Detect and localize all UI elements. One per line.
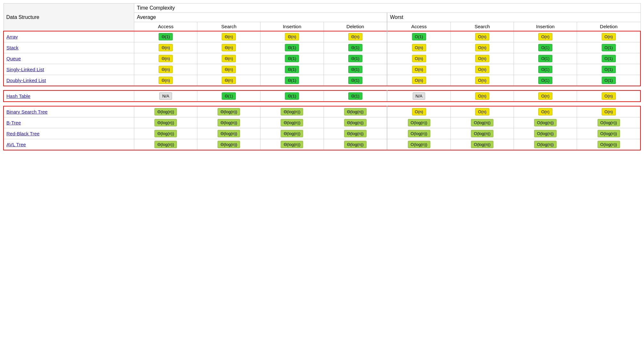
structure-link[interactable]: Doubly-Linked List bbox=[6, 78, 46, 83]
complexity-cell: Θ(log(n)) bbox=[324, 106, 387, 117]
complexity-badge: O(n) bbox=[475, 55, 489, 62]
complexity-cell: O(log(n)) bbox=[514, 139, 577, 150]
complexity-cell: Θ(log(n)) bbox=[197, 117, 260, 128]
structure-link[interactable]: Red-Black Tree bbox=[6, 131, 39, 136]
structure-name[interactable]: Stack bbox=[4, 42, 134, 53]
structure-name[interactable]: Binary Search Tree bbox=[4, 106, 134, 117]
structure-link[interactable]: Queue bbox=[6, 56, 21, 61]
complexity-badge: Θ(log(n)) bbox=[281, 141, 303, 148]
table-row: Doubly-Linked ListΘ(n)Θ(n)Θ(1)Θ(1)O(n)O(… bbox=[4, 75, 640, 86]
complexity-cell: N/A bbox=[387, 90, 450, 102]
complexity-badge: N/A bbox=[413, 92, 425, 100]
complexity-cell: Θ(1) bbox=[324, 64, 387, 75]
complexity-cell: Θ(n) bbox=[197, 75, 260, 86]
structure-name[interactable]: Array bbox=[4, 31, 134, 42]
structure-name[interactable]: Singly-Linked List bbox=[4, 64, 134, 75]
complexity-badge: Θ(n) bbox=[159, 55, 173, 62]
avg-search-header: Search bbox=[197, 22, 260, 31]
complexity-badge: Θ(log(n)) bbox=[154, 130, 177, 137]
complexity-badge: O(1) bbox=[538, 66, 552, 73]
complexity-badge: O(1) bbox=[412, 33, 426, 40]
complexity-badge: Θ(log(n)) bbox=[154, 141, 177, 148]
complexity-badge: Θ(n) bbox=[159, 66, 173, 73]
structure-link[interactable]: Singly-Linked List bbox=[6, 67, 44, 72]
structure-link[interactable]: B-Tree bbox=[6, 120, 21, 125]
structure-name[interactable]: Doubly-Linked List bbox=[4, 75, 134, 86]
complexity-badge: O(log(n)) bbox=[534, 141, 557, 148]
complexity-cell: Θ(1) bbox=[324, 53, 387, 64]
time-complexity-header: Time Complexity bbox=[134, 4, 640, 13]
complexity-cell: O(n) bbox=[387, 42, 450, 53]
complexity-cell: Θ(n) bbox=[197, 31, 260, 42]
complexity-badge: O(log(n)) bbox=[598, 141, 620, 148]
structure-link[interactable]: Binary Search Tree bbox=[6, 109, 47, 114]
complexity-badge: Θ(1) bbox=[285, 44, 299, 51]
complexity-badge: Θ(1) bbox=[285, 66, 299, 73]
complexity-badge: O(n) bbox=[538, 92, 552, 100]
wst-deletion-header: Deletion bbox=[577, 22, 640, 31]
complexity-badge: Θ(1) bbox=[348, 55, 362, 62]
complexity-badge: Θ(1) bbox=[285, 77, 299, 84]
table-row: ArrayΘ(1)Θ(n)Θ(n)Θ(n)O(1)O(n)O(n)O(n) bbox=[4, 31, 640, 42]
complexity-badge: Θ(n) bbox=[348, 33, 362, 40]
complexity-cell: Θ(n) bbox=[197, 42, 260, 53]
complexity-badge: Θ(log(n)) bbox=[344, 119, 367, 126]
complexity-badge: Θ(n) bbox=[222, 55, 236, 62]
complexity-badge: O(n) bbox=[475, 33, 489, 40]
structure-name[interactable]: Red-Black Tree bbox=[4, 128, 134, 139]
complexity-cell: Θ(log(n)) bbox=[324, 139, 387, 150]
complexity-table: Data Structure Time Complexity Average W… bbox=[3, 3, 641, 150]
complexity-badge: Θ(log(n)) bbox=[281, 108, 303, 115]
complexity-cell: O(log(n)) bbox=[514, 128, 577, 139]
structure-name[interactable]: Hash Table bbox=[4, 90, 134, 102]
complexity-cell: O(log(n)) bbox=[514, 117, 577, 128]
complexity-badge: O(log(n)) bbox=[408, 141, 430, 148]
complexity-badge: O(n) bbox=[475, 92, 489, 100]
complexity-badge: Θ(log(n)) bbox=[281, 119, 303, 126]
complexity-cell: O(log(n)) bbox=[577, 128, 640, 139]
complexity-badge: Θ(log(n)) bbox=[218, 108, 240, 115]
complexity-badge: O(n) bbox=[538, 108, 552, 115]
complexity-cell: Θ(log(n)) bbox=[260, 139, 324, 150]
complexity-badge: O(1) bbox=[538, 77, 552, 84]
structure-link[interactable]: Array bbox=[6, 34, 18, 39]
complexity-badge: O(n) bbox=[412, 66, 426, 73]
complexity-badge: O(n) bbox=[475, 66, 489, 73]
wst-insertion-header: Insertion bbox=[514, 22, 577, 31]
complexity-badge: O(n) bbox=[602, 92, 616, 100]
complexity-badge: O(1) bbox=[602, 77, 616, 84]
structure-name[interactable]: B-Tree bbox=[4, 117, 134, 128]
complexity-cell: Θ(log(n)) bbox=[260, 106, 324, 117]
complexity-cell: Θ(n) bbox=[134, 75, 197, 86]
complexity-badge: O(n) bbox=[602, 33, 616, 40]
complexity-badge: Θ(1) bbox=[348, 66, 362, 73]
complexity-badge: O(log(n)) bbox=[534, 119, 557, 126]
complexity-cell: O(n) bbox=[514, 31, 577, 42]
complexity-cell: O(n) bbox=[387, 53, 450, 64]
table-row: Binary Search TreeΘ(log(n))Θ(log(n))Θ(lo… bbox=[4, 106, 640, 117]
table-row: B-TreeΘ(log(n))Θ(log(n))Θ(log(n))Θ(log(n… bbox=[4, 117, 640, 128]
complexity-cell: O(log(n)) bbox=[387, 117, 450, 128]
complexity-cell: O(log(n)) bbox=[577, 117, 640, 128]
complexity-badge: O(n) bbox=[475, 44, 489, 51]
complexity-badge: O(log(n)) bbox=[471, 130, 493, 137]
wst-search-header: Search bbox=[450, 22, 514, 31]
table-row: StackΘ(n)Θ(n)Θ(1)Θ(1)O(n)O(n)O(1)O(1) bbox=[4, 42, 640, 53]
complexity-cell: O(1) bbox=[514, 64, 577, 75]
complexity-badge: O(log(n)) bbox=[598, 130, 620, 137]
avg-deletion-header: Deletion bbox=[324, 22, 387, 31]
complexity-badge: O(log(n)) bbox=[408, 130, 430, 137]
complexity-badge: O(n) bbox=[412, 55, 426, 62]
structure-link[interactable]: AVL Tree bbox=[6, 142, 26, 147]
complexity-cell: O(1) bbox=[514, 42, 577, 53]
complexity-cell: Θ(log(n)) bbox=[324, 117, 387, 128]
structure-name[interactable]: AVL Tree bbox=[4, 139, 134, 150]
complexity-cell: O(1) bbox=[577, 53, 640, 64]
structure-link[interactable]: Hash Table bbox=[6, 93, 30, 99]
structure-link[interactable]: Stack bbox=[6, 45, 19, 50]
table-row: AVL TreeΘ(log(n))Θ(log(n))Θ(log(n))Θ(log… bbox=[4, 139, 640, 150]
structure-name[interactable]: Queue bbox=[4, 53, 134, 64]
complexity-cell: O(n) bbox=[577, 31, 640, 42]
complexity-badge: O(n) bbox=[602, 108, 616, 115]
complexity-badge: O(n) bbox=[538, 33, 552, 40]
